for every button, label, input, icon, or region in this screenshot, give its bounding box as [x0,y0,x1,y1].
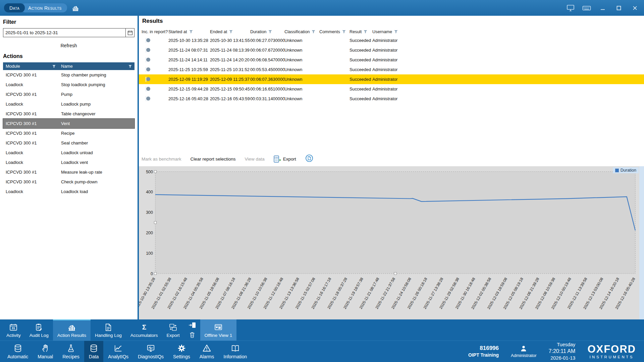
svg-text:CSV: CSV [274,157,278,159]
action-results-icon [67,323,76,331]
report-document-button[interactable] [305,154,313,164]
action-module: ICPCVD 300 #1 [3,140,58,145]
subtab-label: Export [166,333,179,338]
status-cluster: 816996 OIPT Training Administrator Tuesd… [468,341,641,362]
close-button[interactable] [630,3,640,13]
result-row[interactable]: 2025-12-15 09:44:28 2025-12-15 09:50:45 … [139,84,644,94]
result-started-at: 2025-12-09 11:19:29 [168,77,210,82]
result-row[interactable]: 2025-12-16 05:40:28 2025-12-16 05:43:59 … [139,94,644,104]
include-in-report-toggle[interactable] [146,86,146,92]
on-screen-keyboard-button[interactable] [582,3,592,13]
maximize-button[interactable] [614,3,624,13]
action-row[interactable]: ICPCVD 300 #1 Recipe [3,128,135,138]
export-icon [169,323,177,331]
result-classification: Unknown [284,48,319,53]
tab-analytiqs[interactable]: AnalytIQs [103,341,133,362]
chart-legend[interactable]: Duration [613,167,639,173]
tab-data[interactable]: Data [4,3,25,12]
action-row[interactable]: ICPCVD 300 #1 Table changeover [3,109,135,119]
trash-icon [189,331,196,339]
tab-alarms[interactable]: Alarms [195,341,219,362]
tab-action-results[interactable]: Action Results [21,3,67,12]
calendar-button[interactable] [125,28,134,37]
tab-label: AnalytIQs [108,354,128,359]
include-in-report-toggle[interactable] [146,57,146,62]
result-row[interactable]: 2025-11-24 14:14:11 2025-11-24 14:20:20 … [139,55,644,65]
include-in-report-toggle[interactable] [146,38,146,43]
clear-report-selections-button[interactable]: Clear report selections [191,157,236,162]
action-row[interactable]: ICPCVD 300 #1 Seal chamber [3,138,135,148]
action-row[interactable]: Loadlock Loadlock load [3,187,135,196]
result-duration: 00:06:07.3630000 [250,77,284,82]
mark-as-benchmark-button[interactable]: Mark as benchmark [142,157,181,162]
action-row[interactable]: Loadlock Loadlock unload [3,148,135,158]
include-in-report-toggle[interactable] [146,48,146,53]
col-result: Result [350,29,362,34]
filter-funnel-icon[interactable] [268,30,272,34]
sigma-icon: Σ [140,323,149,331]
view-data-button[interactable]: View data [245,157,265,162]
result-started-at: 2025-11-24 08:07:31 [168,48,210,53]
result-duration: 00:06:16.6510000 [250,86,284,92]
report-mini-buttons [184,319,200,341]
action-row[interactable]: ICPCVD 300 #1 Pump [3,89,135,99]
filter-funnel-icon[interactable] [312,30,315,34]
subtab-audit-log[interactable]: Audit Log [25,319,53,341]
include-in-report-toggle[interactable] [146,67,146,72]
date-range-input[interactable] [3,28,125,37]
subtab-label: Audit Log [30,333,49,338]
result-row[interactable]: 2025-11-25 10:25:59 2025-11-25 10:31:52 … [139,65,644,74]
export-csv-button[interactable]: CSV Export [274,156,296,163]
subtab-activity[interactable]: 31 Activity [2,319,25,341]
include-toggle-cell [139,96,168,101]
action-row[interactable]: Loadlock Stop loadlock pumping [3,80,135,89]
filter-funnel-icon[interactable] [189,30,193,34]
result-row[interactable]: 2025-10-30 13:35:28 2025-10-30 13:41:55 … [139,36,644,45]
col-inc-in-report: Inc. in report? [142,29,168,34]
tab-diagnostiqs[interactable]: DiagnostIQs [133,341,168,362]
include-in-report-toggle[interactable] [146,96,146,101]
action-row[interactable]: ICPCVD 300 #1 Vent [3,119,135,128]
chart-plot: 01002003004005002025-10-30 13:35:282025-… [139,166,644,319]
subtab-accumulators[interactable]: Σ Accumulators [126,319,162,341]
clock-date: 2026-01-13 [549,355,576,361]
filter-funnel-icon[interactable] [229,30,233,34]
include-in-report-toggle[interactable] [146,77,146,82]
action-row[interactable]: Loadlock Loadlock vent [3,158,135,167]
filter-funnel-icon[interactable] [394,30,398,34]
col-duration: Duration [250,29,266,34]
filter-funnel-icon[interactable] [364,30,367,34]
svg-text:300: 300 [146,210,153,215]
delete-report-button[interactable] [187,330,198,339]
result-row[interactable]: 2025-11-24 08:07:31 2025-11-24 08:13:39 … [139,45,644,55]
filter-funnel-icon[interactable] [128,65,132,68]
tab-settings[interactable]: Settings [168,341,195,362]
filter-funnel-icon[interactable] [52,65,56,68]
warning-triangle-icon [202,344,211,353]
action-row[interactable]: ICPCVD 300 #1 Measure leak-up rate [3,167,135,177]
action-row[interactable]: Loadlock Loadlock pump [3,99,135,109]
filter-funnel-icon[interactable] [342,30,346,34]
subtab-action-results[interactable]: Action Results [53,319,91,341]
action-module: ICPCVD 300 #1 [3,170,58,175]
subtab-export[interactable]: Export [162,319,184,341]
subtab-offline-view-1[interactable]: Offline View 1 [200,319,237,341]
add-to-report-button[interactable] [187,321,198,329]
display-switch-button[interactable] [566,3,576,13]
subtab-handling-log[interactable]: Handling Log [91,319,126,341]
tab-recipes[interactable]: Recipes [58,341,84,362]
minimize-button[interactable] [598,3,608,13]
current-user[interactable]: Administrator [511,345,537,358]
action-row[interactable]: ICPCVD 300 #1 Stop chamber pumping [3,70,135,80]
refresh-button[interactable]: Refresh [60,43,77,48]
results-table-header: Inc. in report? Started at Ended at Dura… [139,27,644,36]
action-row[interactable]: ICPCVD 300 #1 Check pump-down [3,177,135,187]
tab-label: Automatic [7,354,28,359]
svg-text:200: 200 [146,231,153,235]
tab-information[interactable]: Information [219,341,252,362]
tab-automatic[interactable]: Automatic [3,341,33,362]
include-toggle-cell [139,77,168,82]
tab-manual[interactable]: Manual [33,341,58,362]
tab-data[interactable]: Data [84,341,104,362]
result-row[interactable]: 2025-12-09 11:19:29 2025-12-09 11:25:37 … [139,74,644,84]
